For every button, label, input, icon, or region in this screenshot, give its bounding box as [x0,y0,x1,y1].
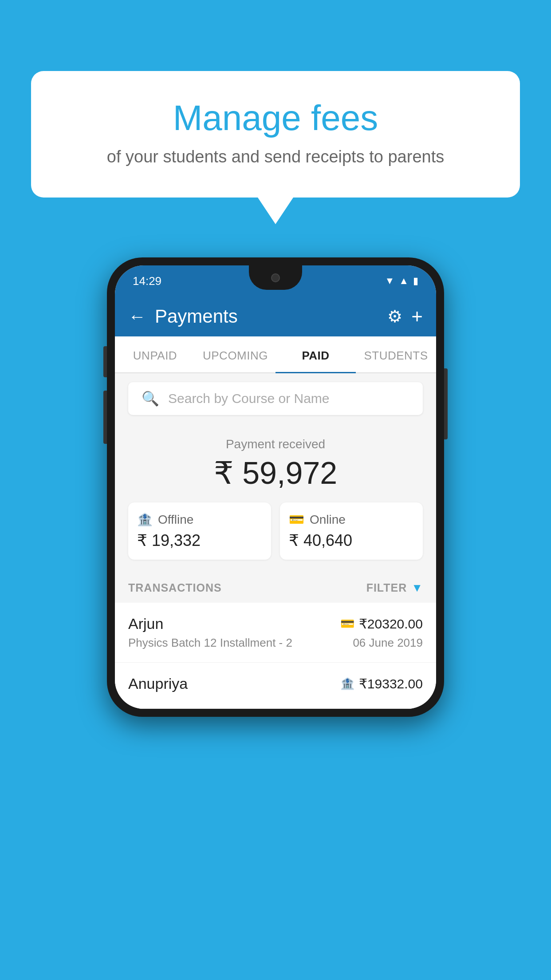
speech-bubble-subtitle: of your students and send receipts to pa… [67,147,484,166]
status-time: 14:29 [133,274,161,288]
table-row[interactable]: Arjun 💳 ₹20320.00 Physics Batch 12 Insta… [115,603,436,663]
notch [249,265,302,290]
transaction-course: Physics Batch 12 Installment - 2 [128,636,292,650]
wifi-icon: ▼ [385,275,394,287]
transactions-header: TRANSACTIONS FILTER ▼ [115,569,436,603]
transaction-amount-container: 🏦 ₹19332.00 [340,676,423,692]
transaction-row-top: Anupriya 🏦 ₹19332.00 [128,675,423,692]
transactions-label: TRANSACTIONS [128,581,222,594]
transaction-amount: ₹19332.00 [359,676,423,692]
transaction-date: 06 June 2019 [353,636,423,650]
back-button[interactable]: ← [128,307,146,327]
online-card-header: 💳 Online [289,512,414,527]
transaction-amount: ₹20320.00 [359,616,423,632]
payment-cards: 🏦 Offline ₹ 19,332 💳 Online ₹ 40,640 [128,502,423,560]
transaction-row-top: Arjun 💳 ₹20320.00 [128,615,423,632]
payment-received-label: Payment received [128,437,423,451]
online-payment-card: 💳 Online ₹ 40,640 [280,502,423,560]
table-row[interactable]: Anupriya 🏦 ₹19332.00 [115,663,436,709]
tab-upcoming[interactable]: UPCOMING [195,336,276,372]
search-input[interactable]: Search by Course or Name [168,391,330,406]
filter-label: FILTER [366,581,407,594]
offline-icon: 🏦 [137,512,153,527]
battery-icon: ▮ [413,275,418,287]
page-title: Payments [155,306,387,327]
phone-screen: 14:29 ▼ ▲ ▮ ← Payments ⚙ + U [115,265,436,709]
tabs-bar: UNPAID UPCOMING PAID STUDENTS [115,336,436,373]
search-bar[interactable]: 🔍 Search by Course or Name [128,382,423,415]
transactions-list: Arjun 💳 ₹20320.00 Physics Batch 12 Insta… [115,603,436,709]
phone-outer: 14:29 ▼ ▲ ▮ ← Payments ⚙ + U [107,257,444,717]
phone-button-power [444,368,448,439]
signal-icon: ▲ [399,275,409,287]
speech-bubble-container: Manage fees of your students and send re… [31,71,520,224]
speech-bubble: Manage fees of your students and send re… [31,71,520,198]
card-icon: 💳 [340,617,354,631]
offline-label: Offline [158,513,193,527]
filter-button[interactable]: FILTER ▼ [366,581,423,595]
online-icon: 💳 [289,512,304,527]
payment-total-amount: ₹ 59,972 [128,455,423,491]
speech-bubble-title: Manage fees [67,98,484,138]
add-button[interactable]: + [411,305,423,328]
tab-students[interactable]: STUDENTS [356,336,436,372]
phone-button-volume-down [103,391,107,444]
gear-icon[interactable]: ⚙ [387,307,402,326]
online-label: Online [310,513,346,527]
transaction-amount-container: 💳 ₹20320.00 [340,616,423,632]
camera [271,273,280,282]
offline-payment-card: 🏦 Offline ₹ 19,332 [128,502,271,560]
online-amount: ₹ 40,640 [289,531,414,550]
phone-mockup: 14:29 ▼ ▲ ▮ ← Payments ⚙ + U [107,257,444,717]
transaction-row-bottom: Physics Batch 12 Installment - 2 06 June… [128,636,423,650]
tab-unpaid[interactable]: UNPAID [115,336,195,372]
phone-button-volume-up [103,346,107,377]
offline-amount: ₹ 19,332 [137,531,262,550]
transaction-name: Arjun [128,615,163,632]
offline-card-header: 🏦 Offline [137,512,262,527]
search-container: 🔍 Search by Course or Name [115,373,436,424]
status-icons: ▼ ▲ ▮ [385,275,418,287]
tab-paid[interactable]: PAID [276,336,356,372]
filter-icon: ▼ [411,581,423,595]
speech-bubble-tail [258,198,293,224]
search-icon: 🔍 [142,390,159,407]
status-bar: 14:29 ▼ ▲ ▮ [115,265,436,296]
app-header: ← Payments ⚙ + [115,296,436,336]
payment-summary: Payment received ₹ 59,972 🏦 Offline ₹ 19… [115,424,436,569]
cash-icon: 🏦 [340,677,354,691]
transaction-name: Anupriya [128,675,188,692]
